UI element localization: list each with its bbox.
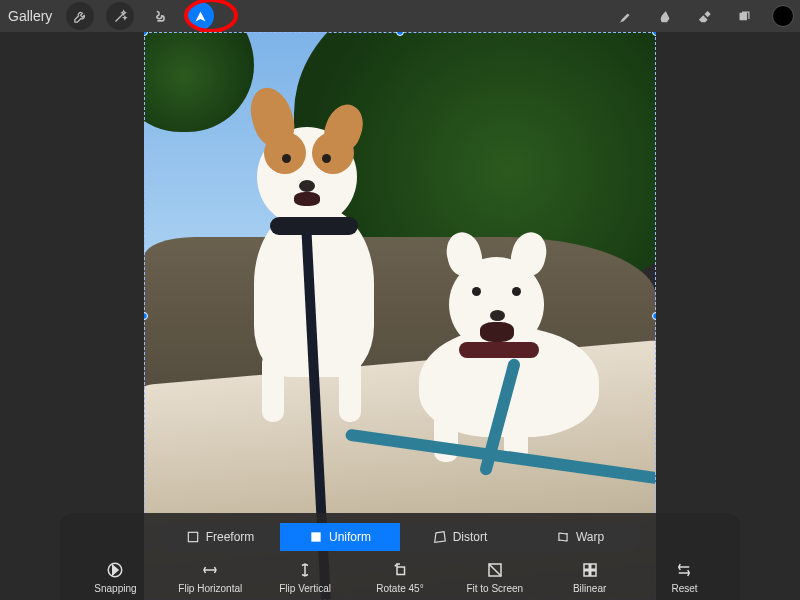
mode-freeform[interactable]: Freeform [160, 523, 280, 551]
action-label: Flip Horizontal [178, 583, 242, 594]
photo-dog-2 [490, 310, 505, 321]
photo-dog-1 [264, 132, 306, 174]
action-rotate-45[interactable]: Rotate 45° [360, 561, 440, 594]
mode-label: Uniform [329, 530, 371, 544]
wrench-icon[interactable] [66, 2, 94, 30]
svg-rect-5 [584, 564, 589, 569]
svg-rect-7 [584, 571, 589, 576]
mode-label: Freeform [206, 530, 255, 544]
photo-dog-1 [299, 180, 315, 192]
svg-rect-1 [311, 532, 320, 541]
photo-dog-1 [262, 352, 284, 422]
action-flip-horizontal[interactable]: Flip Horizontal [170, 561, 250, 594]
action-label: Flip Vertical [279, 583, 331, 594]
photo-dog-2 [480, 322, 514, 342]
layers-icon[interactable] [730, 2, 758, 30]
gallery-link[interactable]: Gallery [8, 8, 52, 24]
wand-icon[interactable] [106, 2, 134, 30]
svg-rect-8 [590, 571, 595, 576]
photo-dog-1 [282, 154, 291, 163]
action-fit-to-screen[interactable]: Fit to Screen [455, 561, 535, 594]
action-flip-vertical[interactable]: Flip Vertical [265, 561, 345, 594]
action-bilinear[interactable]: Bilinear [550, 561, 630, 594]
photo-dog-2 [472, 287, 481, 296]
photo-dog-1 [339, 352, 361, 422]
topbar: Gallery [0, 0, 800, 32]
photo-dog-1 [270, 217, 358, 235]
action-reset[interactable]: Reset [644, 561, 724, 594]
selection-icon[interactable] [146, 2, 174, 30]
mode-uniform[interactable]: Uniform [280, 523, 400, 551]
svg-rect-0 [188, 532, 197, 541]
action-label: Rotate 45° [376, 583, 423, 594]
brush-icon[interactable] [610, 2, 638, 30]
action-label: Snapping [94, 583, 136, 594]
action-label: Bilinear [573, 583, 606, 594]
photo-dog-1 [322, 154, 331, 163]
svg-rect-6 [590, 564, 595, 569]
eraser-icon[interactable] [690, 2, 718, 30]
transform-actions: Snapping Flip Horizontal Flip Vertical R… [68, 561, 732, 594]
cursor-icon[interactable] [186, 2, 214, 30]
color-swatch[interactable] [772, 5, 794, 27]
action-label: Reset [671, 583, 697, 594]
photo-dog-1 [312, 132, 354, 174]
action-snapping[interactable]: Snapping [75, 561, 155, 594]
transform-panel: Freeform Uniform Distort Warp Snapping F… [60, 513, 740, 600]
smudge-icon[interactable] [650, 2, 678, 30]
transform-mode-pill: Freeform Uniform Distort Warp [160, 523, 640, 551]
photo-dog-2 [512, 287, 521, 296]
action-label: Fit to Screen [466, 583, 523, 594]
mode-warp[interactable]: Warp [520, 523, 640, 551]
mode-distort[interactable]: Distort [400, 523, 520, 551]
svg-rect-3 [397, 567, 405, 575]
photo-dog-1 [294, 192, 320, 206]
photo-dog-2 [459, 342, 539, 358]
mode-label: Warp [576, 530, 604, 544]
mode-label: Distort [453, 530, 488, 544]
